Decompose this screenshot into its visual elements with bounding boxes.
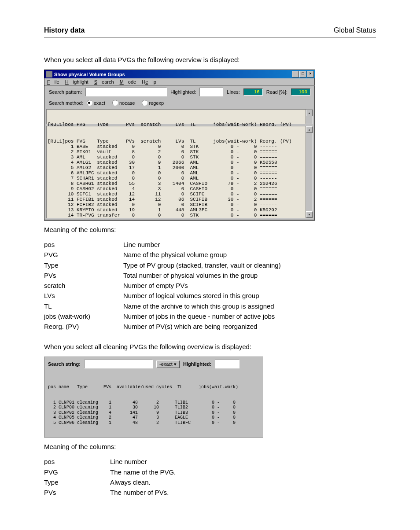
header-line-2: pos name Type PVs available/used cycles … — [48, 385, 259, 390]
highlighted-label: Highlighted: — [170, 89, 196, 95]
definition-term: Reorg. (PV) — [44, 321, 123, 331]
definition-term: pos — [44, 456, 110, 467]
definition-desc: The number of PVs. — [110, 487, 169, 497]
intro-text-2: When you select all cleaning PVGs the fo… — [44, 342, 376, 351]
header-listing: [RUL1]pos PVG Type PVs scratch LVs TL jo… — [46, 109, 313, 124]
search-pattern-label: Search pattern: — [49, 89, 82, 95]
app-icon — [46, 71, 52, 77]
titlebar[interactable]: Show physical Volume Groups _ □ × — [44, 70, 315, 78]
minimize-button[interactable]: _ — [292, 71, 299, 77]
definition-desc: Number of logical volumes stored in this… — [123, 291, 259, 301]
definition-term: PVG — [44, 467, 110, 477]
search-row-2: Search string: -exact ▾ Highlighted: — [48, 360, 259, 368]
definition-desc: Number of PV(s) which are being reorgani… — [123, 321, 257, 331]
definition-term: pos — [44, 239, 123, 250]
radio-exact[interactable]: exact — [87, 100, 105, 106]
table-row: 3 CLNP02 cleaning 4 141 9 TLIB3 0 - 0 — [48, 410, 259, 416]
close-button[interactable]: × — [307, 71, 314, 77]
definition-term: Type — [44, 477, 110, 487]
table-row: 2 STKG1 vault 8 2 0 STK 0 - 0 ====== — [48, 149, 305, 155]
search-string-input[interactable] — [84, 360, 153, 368]
definition-row: Reorg. (PV)Number of PV(s) which are bei… — [44, 321, 376, 331]
header-left: History data — [44, 26, 85, 34]
scroll-down-icon[interactable]: ▾ — [306, 211, 313, 218]
menu-search[interactable]: Search — [94, 79, 114, 85]
definition-desc: The name of the PVG. — [110, 467, 176, 477]
scrollbar[interactable]: ▴ ▾ — [306, 126, 313, 218]
table-row: 2 CLNP00 cleaning 1 30 10 TLIB2 0 - 0 — [48, 405, 259, 410]
scroll-up-icon[interactable]: ▴ — [306, 126, 313, 133]
definition-row: posLine number — [44, 239, 376, 250]
definition-row: TLName of the archive to which this grou… — [44, 301, 376, 311]
menu-highlight[interactable]: Highlight — [65, 79, 88, 85]
column-definitions-1: posLine numberPVGName of the physical vo… — [44, 239, 376, 331]
header-right: Global Status — [334, 26, 376, 34]
table-row: 1 CLNP01 cleaning 1 48 2 TLIB1 0 - 0 — [48, 400, 259, 405]
definition-desc: Total number of physical volumes in the … — [123, 270, 258, 280]
scroll-up-icon[interactable]: ▴ — [306, 110, 313, 116]
search-string-label: Search string: — [48, 361, 81, 367]
definition-row: TypeAlways clean. — [44, 477, 376, 487]
menu-file[interactable]: File — [47, 79, 59, 85]
definition-desc: Always clean. — [110, 477, 151, 487]
definition-row: TypeType of PV group (stacked, transfer,… — [44, 260, 376, 270]
maximize-button[interactable]: □ — [299, 71, 306, 77]
definition-desc: Number of jobs in the queue - number of … — [123, 311, 275, 321]
table-row: 11 FCFIB1 stacked 14 12 86 SCIFIB 30 - 2… — [48, 197, 305, 202]
page-header: History data Global Status — [44, 26, 376, 37]
table-row: 4 CLNP05 cleaning 2 47 3 EAGLE 0 - 0 — [48, 415, 259, 420]
radio-icon — [87, 100, 92, 106]
menu-mode[interactable]: Mode — [120, 79, 136, 85]
radio-icon — [142, 100, 147, 106]
highlighted-input[interactable] — [199, 88, 223, 96]
lines-value: 16 — [243, 88, 263, 96]
cleaning-window: Search string: -exact ▾ Highlighted: pos… — [44, 357, 263, 438]
table-row: [RUL1]pos PVG Type PVs scratch LVs TL jo… — [48, 139, 305, 144]
menu-help[interactable]: Help — [142, 79, 156, 85]
highlighted-label-2: Highlighted: — [183, 361, 211, 367]
definition-desc: Number of empty PVs — [123, 280, 188, 291]
dropdown-icon: ▾ — [174, 361, 177, 367]
scrollbar[interactable]: ▴ — [306, 110, 313, 124]
read-value: 100 — [291, 88, 310, 96]
radio-icon — [112, 100, 118, 106]
radio-regexp[interactable]: regexp — [142, 100, 164, 106]
method-row: Search method: exact nocase regexp — [44, 98, 315, 107]
table-row: 8 CASHG1 stacked 55 3 1404 CASHIO 79 - 2… — [48, 181, 305, 186]
table-row: 5 AMLG2 stacked 17 1 2000 AML 0 - 0 ====… — [48, 165, 305, 170]
cleaning-listing: pos name Type PVs available/used cycles … — [48, 375, 259, 435]
definition-desc: Name of the archive to which this group … — [123, 301, 274, 311]
lines-label: Lines: — [227, 89, 239, 95]
table-row: 12 FCFIB2 stacked 0 0 0 SCIFIB 0 - 0 ---… — [48, 202, 305, 207]
definition-desc: Name of the physical volume group — [123, 250, 227, 260]
definition-term: scratch — [44, 280, 123, 291]
definition-term: Type — [44, 260, 123, 270]
search-method-label: Search method: — [49, 100, 83, 106]
highlighted-input-2[interactable] — [215, 360, 239, 368]
definition-row: LVsNumber of logical volumes stored in t… — [44, 291, 376, 301]
exact-button[interactable]: -exact ▾ — [156, 361, 180, 368]
meaning-label-2: Meaning of the columns: — [44, 442, 376, 451]
definition-desc: Line number — [110, 456, 147, 467]
column-definitions-2: posLine numberPVGThe name of the PVG.Typ… — [44, 456, 376, 497]
definition-row: posLine number — [44, 456, 376, 467]
definition-term: PVs — [44, 487, 110, 497]
data-listing: [RUL1]pos PVG Type PVs scratch LVs TL jo… — [46, 126, 313, 218]
read-label: Read [%]: — [266, 89, 287, 95]
radio-nocase[interactable]: nocase — [112, 100, 135, 106]
definition-row: scratchNumber of empty PVs — [44, 280, 376, 291]
definition-row: jobs (wait-work)Number of jobs in the qu… — [44, 311, 376, 321]
definition-term: PVG — [44, 250, 123, 260]
table-row: 13 KRYPTO stacked 19 1 448 AML3FC 0 - 0 … — [48, 207, 305, 213]
search-pattern-input[interactable] — [85, 88, 167, 96]
definition-term: LVs — [44, 291, 123, 301]
table-row: 14 TR-PVG transfer 0 0 0 STK 0 - 0 =====… — [48, 213, 305, 218]
definition-desc: Line number — [123, 239, 160, 250]
table-row: 4 AMLG1 stacked 30 9 2066 AML 0 - 0 K505… — [48, 160, 305, 165]
table-row: 5 CLNP06 cleaning 1 48 2 TLIBFC 0 - 0 — [48, 420, 259, 426]
menubar: File Highlight Search Mode Help — [44, 78, 315, 86]
table-row: 6 AMLJFC stacked 0 0 0 AML 0 - 0 ====== — [48, 170, 305, 176]
table-row: 1 BASE stacked 0 0 0 STK 0 - 0 ------ — [48, 144, 305, 149]
definition-row: PVGName of the physical volume group — [44, 250, 376, 260]
definition-row: PVGThe name of the PVG. — [44, 467, 376, 477]
